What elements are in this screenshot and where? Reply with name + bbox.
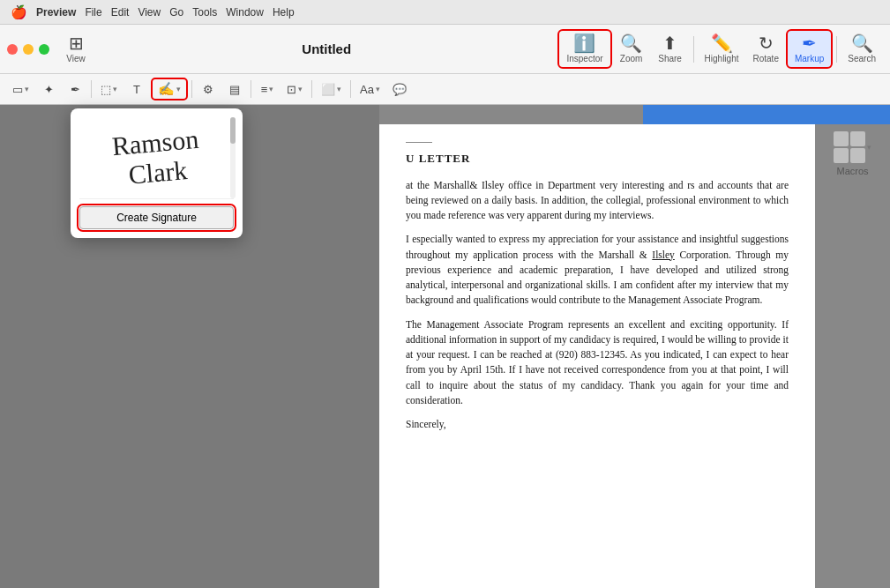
shapes-tool[interactable]: ⬚ ▾ (95, 78, 123, 100)
menu-bar: 🍎 Preview File Edit View Go Tools Window… (0, 0, 890, 25)
closing: Sincerely, (406, 417, 789, 432)
signature-caret: ▾ (176, 85, 181, 93)
menu-edit[interactable]: Edit (111, 6, 130, 19)
border-color-icon: ⬜ (321, 83, 335, 96)
search-label: Search (848, 54, 876, 63)
create-signature-button[interactable]: Create Signature (79, 206, 234, 229)
macro-cell-1 (834, 131, 849, 146)
search-icon: 🔍 (851, 34, 873, 52)
view-label: View (66, 54, 86, 63)
draw-icon: ✒ (71, 83, 80, 96)
highlight-button[interactable]: ✏️ Highlight (698, 31, 746, 67)
macro-cell-3 (834, 148, 849, 163)
border-color-caret: ▾ (337, 85, 341, 93)
toolbar-divider-2 (836, 36, 837, 63)
draw-tool[interactable]: ✒ (63, 78, 87, 100)
tool-divider-4 (311, 80, 312, 98)
highlight-icon: ✏️ (711, 34, 733, 52)
menu-window[interactable]: Window (226, 6, 264, 19)
macro-cell-2 (850, 131, 865, 146)
menu-view[interactable]: View (138, 6, 161, 19)
signature-tool[interactable]: ✍ ▾ (151, 78, 188, 100)
minimize-button[interactable] (23, 44, 34, 55)
align-icon: ≡ (261, 83, 268, 96)
sketch-tool[interactable]: ✦ (36, 78, 61, 100)
adjust-icon: ⚙ (203, 83, 213, 96)
tool-divider-5 (350, 80, 351, 98)
letter-title: U LETTER (406, 150, 789, 167)
align-tool[interactable]: ≡ ▾ (255, 78, 280, 100)
zoom-icon: 🔍 (620, 34, 642, 52)
menu-tools[interactable]: Tools (192, 6, 217, 19)
adjust-tool[interactable]: ⚙ (196, 78, 221, 100)
sidebar-icon: ▤ (229, 83, 240, 96)
size-tool[interactable]: ⊡ ▾ (281, 78, 308, 100)
font-tool[interactable]: Aa ▾ (355, 78, 385, 100)
zoom-label: Zoom (620, 54, 643, 63)
window-controls (7, 44, 49, 55)
border-color-tool[interactable]: ⬜ ▾ (316, 78, 347, 100)
selection-icon: ▭ (12, 83, 23, 96)
inspector-icon: ℹ️ (573, 34, 595, 52)
dropdown-scroll-thumb (230, 117, 236, 144)
text-tool[interactable]: T (124, 78, 149, 100)
shapes-icon: ⬚ (101, 83, 111, 96)
share-label: Share (658, 54, 682, 63)
rotate-icon: ↻ (759, 34, 774, 52)
selection-tool[interactable]: ▭ ▾ (7, 78, 34, 100)
font-icon: Aa (360, 83, 374, 96)
size-caret: ▾ (298, 85, 303, 93)
signature-image: Ramson Clark (80, 118, 233, 197)
apple-menu[interactable]: 🍎 (11, 4, 27, 20)
markup-button[interactable]: ✒ Markup (786, 29, 833, 69)
ilsley-link-1[interactable]: Ilsley (652, 249, 675, 260)
rotate-label: Rotate (752, 54, 778, 63)
sidebar-tool[interactable]: ▤ (222, 78, 247, 100)
view-icon: ⊞ (69, 34, 84, 52)
tool-divider-3 (251, 80, 251, 98)
inspector-button[interactable]: ℹ️ Inspector (557, 29, 611, 69)
macro-cell-4 (850, 148, 865, 163)
macros-dropdown-caret: ▾ (867, 143, 871, 152)
secondary-toolbar: ▭ ▾ ✦ ✒ ⬚ ▾ T ✍ ▾ ⚙ (0, 74, 890, 104)
dropdown-scrollbar (230, 117, 236, 198)
toolbar-divider-1 (693, 36, 694, 63)
content-area: Ramson Clark Create Signature (0, 105, 890, 588)
maximize-button[interactable] (39, 44, 49, 55)
document-title: Untitled (284, 41, 369, 56)
macros-panel[interactable]: ▾ Macros (815, 124, 890, 183)
comment-tool[interactable]: 💬 (387, 78, 412, 100)
view-button[interactable]: ⊞ View (56, 31, 95, 67)
menu-help[interactable]: Help (273, 6, 295, 19)
menu-file[interactable]: File (85, 6, 101, 19)
paragraph-2: I especially wanted to express my apprec… (406, 232, 789, 308)
zoom-button[interactable]: 🔍 Zoom (612, 31, 651, 67)
left-panel: Ramson Clark Create Signature (0, 105, 379, 588)
menu-go[interactable]: Go (169, 6, 183, 19)
paragraph-3: The Management Associate Program represe… (406, 317, 789, 409)
section-line (406, 142, 432, 143)
highlight-label: Highlight (705, 54, 739, 63)
main-toolbar: ⊞ View Untitled ℹ️ Inspector 🔍 Zoom ⬆ Sh… (0, 25, 890, 74)
signature-item[interactable]: Ramson Clark (79, 117, 234, 199)
paragraph-1: at the Marshall& Ilsley office in Depart… (406, 178, 789, 224)
sketch-icon: ✦ (44, 83, 54, 96)
blue-header-bar (643, 105, 890, 124)
close-button[interactable] (7, 44, 18, 55)
menu-preview[interactable]: Preview (36, 6, 76, 19)
font-caret: ▾ (376, 85, 380, 93)
rotate-button[interactable]: ↻ Rotate (745, 31, 785, 67)
search-button[interactable]: 🔍 Search (841, 31, 883, 67)
macros-label: Macros (836, 166, 868, 176)
document-paper: U LETTER at the Marshall& Ilsley office … (379, 124, 815, 588)
share-button[interactable]: ⬆ Share (651, 31, 690, 67)
comment-icon: 💬 (393, 83, 407, 96)
paper-content: U LETTER at the Marshall& Ilsley office … (379, 124, 815, 458)
macros-icon (834, 131, 865, 163)
shapes-caret: ▾ (113, 85, 117, 93)
selection-caret: ▾ (25, 85, 29, 93)
tool-divider-2 (191, 80, 192, 98)
align-caret: ▾ (269, 85, 273, 93)
signature-icon: ✍ (158, 81, 175, 97)
inspector-label: Inspector (566, 54, 602, 63)
